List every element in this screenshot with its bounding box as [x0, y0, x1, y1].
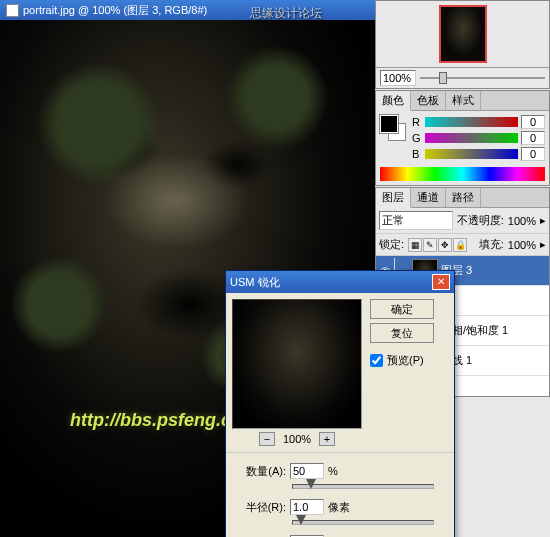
preview-label: 预览(P) — [387, 353, 424, 368]
tab-styles[interactable]: 样式 — [446, 91, 481, 110]
watermark-url: http://bbs.psfeng.cn/ — [70, 410, 247, 431]
g-slider[interactable] — [425, 133, 518, 143]
b-slider[interactable] — [425, 149, 518, 159]
layer-name[interactable]: 色相/饱和度 1 — [441, 323, 548, 338]
navigator-zoom-field[interactable]: 100% — [380, 70, 416, 86]
tab-color[interactable]: 颜色 — [376, 91, 411, 111]
dropdown-icon[interactable]: ▸ — [540, 214, 546, 227]
usm-sharpen-dialog: USM 锐化 ✕ − 100% + 确定 复位 预览(P) 数量(A): % — [225, 270, 455, 537]
color-swatch[interactable] — [380, 115, 406, 141]
radius-input[interactable] — [290, 499, 324, 515]
b-value[interactable]: 0 — [521, 147, 545, 161]
radius-unit: 像素 — [328, 500, 354, 515]
zoom-out-button[interactable]: − — [259, 432, 275, 446]
fill-value[interactable]: 100% — [508, 239, 536, 251]
amount-label: 数量(A): — [236, 464, 286, 479]
blend-mode-select[interactable]: 正常 — [379, 211, 453, 230]
ok-button[interactable]: 确定 — [370, 299, 434, 319]
dialog-titlebar[interactable]: USM 锐化 ✕ — [226, 271, 454, 293]
color-panel: 颜色 色板 样式 R0 G0 B0 — [375, 90, 550, 186]
preview-checkbox[interactable] — [370, 354, 383, 367]
radius-label: 半径(R): — [236, 500, 286, 515]
dropdown-icon[interactable]: ▸ — [540, 238, 546, 251]
lock-position-icon[interactable]: ✥ — [438, 238, 452, 252]
lock-label: 锁定: — [379, 237, 404, 252]
amount-unit: % — [328, 465, 354, 477]
tab-channels[interactable]: 通道 — [411, 188, 446, 207]
r-value[interactable]: 0 — [521, 115, 545, 129]
dialog-title-text: USM 锐化 — [230, 275, 432, 290]
lock-transparency-icon[interactable]: ▦ — [408, 238, 422, 252]
tab-paths[interactable]: 路径 — [446, 188, 481, 207]
r-slider[interactable] — [425, 117, 518, 127]
r-label: R — [412, 116, 422, 128]
lock-all-icon[interactable]: 🔒 — [453, 238, 467, 252]
amount-slider[interactable] — [292, 479, 434, 493]
lock-paint-icon[interactable]: ✎ — [423, 238, 437, 252]
fill-label: 填充: — [479, 237, 504, 252]
zoom-value: 100% — [283, 433, 311, 445]
document-titlebar[interactable]: portrait.jpg @ 100% (图层 3, RGB/8#) — [0, 0, 395, 20]
filter-preview[interactable] — [232, 299, 362, 429]
navigator-preview[interactable] — [439, 5, 487, 63]
document-icon — [6, 4, 19, 17]
g-label: G — [412, 132, 422, 144]
zoom-in-button[interactable]: + — [319, 432, 335, 446]
radius-slider[interactable] — [292, 515, 434, 529]
foreground-color-swatch[interactable] — [380, 115, 398, 133]
opacity-value[interactable]: 100% — [508, 215, 536, 227]
b-label: B — [412, 148, 422, 160]
opacity-label: 不透明度: — [457, 213, 504, 228]
g-value[interactable]: 0 — [521, 131, 545, 145]
navigator-panel: 100% — [375, 0, 550, 89]
reset-button[interactable]: 复位 — [370, 323, 434, 343]
color-spectrum[interactable] — [380, 167, 545, 181]
tab-layers[interactable]: 图层 — [376, 188, 411, 208]
document-title-text: portrait.jpg @ 100% (图层 3, RGB/8#) — [23, 3, 207, 18]
close-button[interactable]: ✕ — [432, 274, 450, 290]
tab-swatches[interactable]: 色板 — [411, 91, 446, 110]
amount-input[interactable] — [290, 463, 324, 479]
layer-name[interactable]: 曲线 1 — [441, 353, 548, 368]
layer-name[interactable]: 图层 3 — [441, 263, 548, 278]
navigator-zoom-slider[interactable] — [420, 73, 545, 83]
watermark-forum: 思缘设计论坛 — [250, 5, 322, 22]
